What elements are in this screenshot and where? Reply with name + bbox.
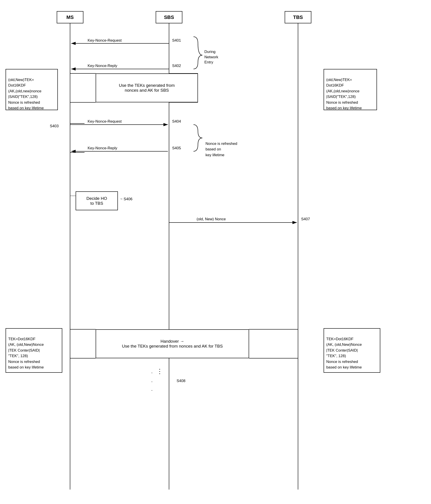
process-decide-ho: Decide HO to TBS [76,191,118,210]
tbs-label: TBS [293,14,303,20]
entity-ms: MS [57,11,83,23]
msg-old-new-nonce: (old, New) Nonce [196,216,227,222]
msg-key-nonce-reply-2: Key-Nonce-Reply [87,145,118,151]
diagram-container: MS SBS TBS Key-Nonce-Request S401 Key-No… [0,0,431,504]
note-ms-1: (old,New)TEK= Dot16KDF (AK,(old,new)nonc… [6,69,58,110]
step-s404: S404 [171,119,182,124]
process-use-teks-sbs: Use the TEKs generated from nonces and A… [96,73,198,102]
continuation-dots: ··· [151,368,153,395]
step-s405: S405 [171,145,182,151]
msg-key-nonce-reply-1: Key-Nonce-Reply [87,63,118,69]
msg-key-nonce-request-1: Key-Nonce-Request [87,38,123,43]
nonce-refresh-mid: Nonce is refreshed based on key lifetime [205,135,238,158]
step-s401: S401 [171,38,182,43]
entity-sbs: SBS [156,11,182,23]
ms-label: MS [67,14,74,20]
msg-key-nonce-request-2: Key-Nonce-Request [87,119,123,124]
note-tbs-1: (old,New)TEK= Dot16KDF (AK,(old,new)nonc… [324,69,377,110]
during-network-entry: During Network Entry [203,43,219,65]
step-s406: ~ S406 [119,197,133,202]
step-s407: S407 [300,216,311,222]
sbs-label: SBS [164,14,174,20]
process-handover: Handover → Use the TEKs generated from n… [96,329,249,358]
note-tbs-2: TEK=Dot16KDF (AK, (old,New)Nonce |TEK Co… [324,328,380,373]
note-ms-2: TEK=Dot16KDF (AK, (old,New)Nonce |TEK Co… [6,328,62,373]
step-s408: S408 [176,378,186,384]
step-s408-dots: ⋮ [156,367,166,375]
entity-tbs: TBS [285,11,311,23]
step-s403: S403 [49,124,60,129]
step-s402: S402 [171,63,182,69]
